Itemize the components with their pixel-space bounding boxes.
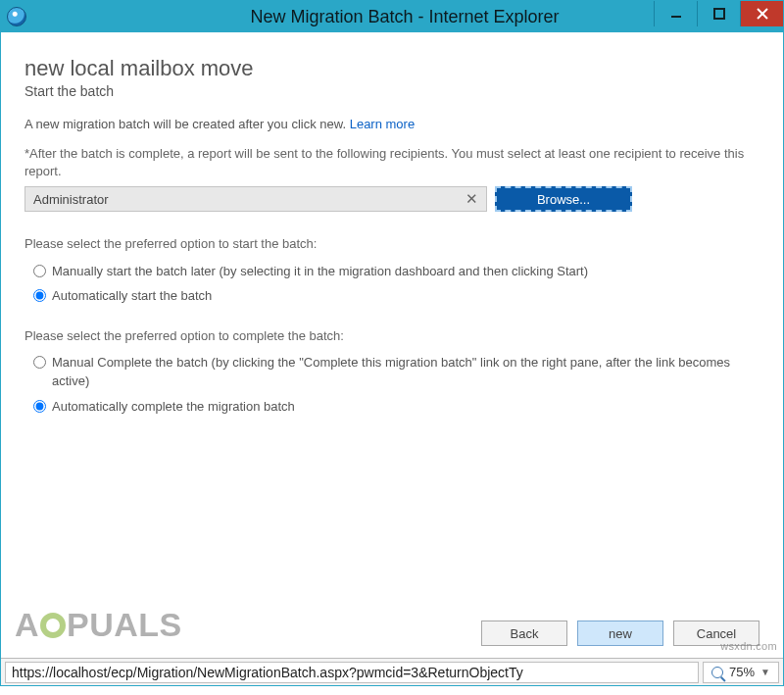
wizard-content: new local mailbox move Start the batch A… [1, 32, 783, 630]
watermark-logo: A PU ALS [15, 606, 182, 644]
titlebar: New Migration Batch - Internet Explorer [1, 1, 783, 32]
browse-button[interactable]: Browse... [495, 186, 632, 212]
minimize-icon [670, 8, 682, 20]
zoom-icon [711, 667, 723, 678]
watermark-site: wsxdn.com [720, 640, 777, 652]
intro-text: A new migration batch will be created af… [24, 117, 350, 131]
complete-option-auto[interactable]: Automatically complete the migration bat… [28, 395, 760, 417]
start-option-manual[interactable]: Manually start the batch later (by selec… [28, 260, 760, 281]
back-button[interactable]: Back [481, 621, 567, 646]
page-subtitle: Start the batch [24, 83, 760, 99]
complete-radio-auto[interactable] [33, 400, 46, 413]
watermark-text: PU [67, 606, 114, 644]
watermark-text: ALS [114, 606, 182, 644]
new-button[interactable]: new [577, 621, 663, 646]
url-display[interactable]: https://localhost/ecp/Migration/NewMigra… [5, 662, 699, 683]
recipient-row: Administrator ✕ Browse... [24, 186, 632, 212]
minimize-button[interactable] [654, 1, 697, 26]
svg-rect-0 [671, 16, 681, 18]
close-button[interactable] [740, 1, 783, 26]
start-option-auto[interactable]: Automatically start the batch [28, 284, 760, 306]
start-manual-label: Manually start the batch later (by selec… [52, 262, 588, 281]
watermark-ring-icon [40, 613, 66, 638]
svg-rect-1 [714, 9, 724, 19]
complete-option-manual[interactable]: Manual Complete the batch (by clicking t… [28, 351, 760, 391]
complete-auto-label: Automatically complete the migration bat… [52, 397, 295, 417]
learn-more-link[interactable]: Learn more [350, 117, 415, 131]
page-title: new local mailbox move [24, 56, 760, 81]
close-icon [757, 8, 768, 20]
maximize-button[interactable] [697, 1, 740, 26]
recipient-input[interactable]: Administrator ✕ [24, 186, 487, 212]
start-radio-manual[interactable] [33, 265, 46, 277]
window-controls [654, 1, 783, 26]
ie-icon [7, 7, 26, 26]
statusbar: https://localhost/ecp/Migration/NewMigra… [1, 658, 783, 685]
start-prompt: Please select the preferred option to st… [24, 235, 760, 253]
start-auto-label: Automatically start the batch [52, 286, 212, 306]
maximize-icon [713, 8, 725, 20]
start-radio-auto[interactable] [33, 289, 46, 302]
clear-recipient-icon[interactable]: ✕ [466, 190, 478, 208]
zoom-value: 75% [729, 665, 755, 679]
complete-radio-manual[interactable] [33, 356, 46, 369]
chevron-down-icon: ▼ [760, 667, 770, 677]
recipients-instruction: *After the batch is complete, a report w… [24, 145, 760, 180]
browser-window: New Migration Batch - Internet Explorer … [0, 0, 784, 686]
wizard-footer: Back new Cancel [481, 621, 760, 646]
complete-prompt: Please select the preferred option to co… [24, 327, 760, 345]
complete-manual-label: Manual Complete the batch (by clicking t… [52, 353, 760, 391]
intro-line: A new migration batch will be created af… [24, 117, 760, 131]
recipient-value: Administrator [33, 192, 109, 207]
watermark-text: A [15, 606, 39, 644]
zoom-control[interactable]: 75% ▼ [703, 662, 779, 683]
